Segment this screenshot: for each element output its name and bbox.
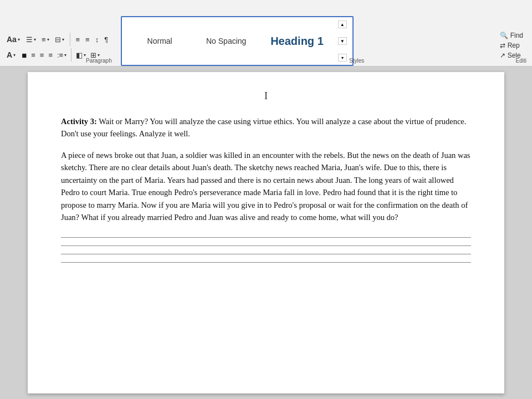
style-normal[interactable]: Normal: [126, 19, 193, 63]
style-no-spacing-label: No Spacing: [206, 37, 246, 45]
align-center-button[interactable]: ≡: [84, 34, 91, 45]
sep-2: [71, 48, 71, 62]
dropdown-1: ▾: [34, 37, 36, 42]
indent-list-button[interactable]: :≡ ▾: [55, 50, 68, 60]
align-left-2-icon: ≡: [31, 51, 35, 59]
style-heading1-label: Heading 1: [270, 35, 324, 48]
align-right-icon: ≡: [48, 51, 53, 59]
align-center-icon: ≡: [85, 35, 90, 44]
align-right-button[interactable]: ≡: [47, 50, 54, 60]
styles-section: Normal No Spacing Heading 1 ▲ ▼ ▾: [121, 16, 354, 66]
find-icon: 🔍: [500, 32, 508, 39]
paragraph-section-label: Paragraph: [86, 58, 112, 64]
list-style-button-2[interactable]: ≡ ▾: [40, 34, 51, 45]
page[interactable]: I Activity 3: Wait or Marry? You will an…: [28, 72, 504, 393]
align-center-2-icon: ≡: [40, 51, 44, 59]
lines-section: [61, 237, 471, 263]
find-item[interactable]: 🔍 Find: [500, 32, 523, 39]
select-icon: ↗: [500, 52, 505, 59]
indent-list-icon: :≡: [57, 51, 63, 59]
dropdown-3: ▾: [62, 37, 64, 42]
indent-icon: ⊟: [55, 35, 61, 44]
style-normal-label: Normal: [147, 37, 172, 45]
a-dropdown: ▾: [13, 53, 16, 58]
cursor-indicator: I: [61, 89, 471, 104]
activity-rest: Wait or Marry? You will analyze the case…: [61, 117, 466, 138]
replace-label: Rep: [508, 42, 520, 49]
shading-icon: ◧: [76, 51, 83, 59]
activity-bold: Activity 3:: [61, 117, 97, 126]
a-button[interactable]: A ▾: [4, 49, 18, 60]
list-icon-1: ☰: [26, 35, 33, 44]
aa-label: Aa: [7, 35, 17, 44]
shading-dropdown: ▾: [84, 53, 86, 58]
sort-button[interactable]: ↕: [94, 34, 101, 45]
align-left-icon: ≡: [76, 35, 80, 44]
sep-1: [70, 33, 70, 46]
sort-icon: ↕: [95, 35, 99, 44]
border-dropdown: ▾: [98, 53, 100, 58]
ribbon: Aa ▾ ☰ ▾ ≡ ▾ ⊟ ▾ ≡ ≡ ↕: [0, 0, 532, 66]
replace-item[interactable]: ⇄ Rep: [500, 42, 523, 49]
list-style-button-1[interactable]: ☰ ▾: [24, 34, 38, 45]
indent-dropdown: ▾: [64, 53, 66, 58]
story-paragraph: A piece of news broke out that Juan, a s…: [61, 149, 471, 224]
ribbon-row-1: Aa ▾ ☰ ▾ ≡ ▾ ⊟ ▾ ≡ ≡ ↕: [4, 33, 110, 46]
align-center-2-button[interactable]: ≡: [38, 50, 46, 60]
activity-paragraph: Activity 3: Wait or Marry? You will anal…: [61, 115, 471, 140]
pilcrow-icon: ¶: [104, 35, 108, 44]
find-label: Find: [510, 32, 523, 39]
bold-icon: ■: [22, 50, 27, 60]
document-area: I Activity 3: Wait or Marry? You will an…: [0, 66, 532, 399]
style-heading1[interactable]: Heading 1: [259, 19, 335, 63]
replace-icon: ⇄: [500, 42, 505, 49]
list-icon-2: ≡: [42, 35, 46, 44]
a-label: A: [7, 50, 12, 59]
styles-nav: ▲ ▼ ▾: [337, 19, 348, 63]
align-left-button[interactable]: ≡: [74, 34, 82, 45]
style-no-spacing[interactable]: No Spacing: [193, 19, 259, 63]
dropdown-2: ▾: [47, 37, 49, 42]
aa-dropdown-arrow: ▾: [18, 37, 20, 42]
line-3: [61, 254, 471, 254]
styles-nav-expand[interactable]: ▾: [338, 54, 347, 62]
editing-section-label: Editi: [516, 58, 526, 64]
line-1: [61, 237, 471, 238]
aa-button[interactable]: Aa ▾: [4, 34, 22, 45]
line-2: [61, 245, 471, 246]
styles-nav-up[interactable]: ▲: [338, 21, 347, 28]
bold-format-button[interactable]: ■: [20, 49, 28, 61]
line-4: [61, 262, 471, 263]
styles-section-label: Styles: [349, 58, 364, 64]
indent-button[interactable]: ⊟ ▾: [53, 34, 66, 45]
styles-nav-down[interactable]: ▼: [338, 37, 347, 45]
align-left-2-button[interactable]: ≡: [29, 50, 37, 60]
pilcrow-button[interactable]: ¶: [103, 34, 110, 45]
